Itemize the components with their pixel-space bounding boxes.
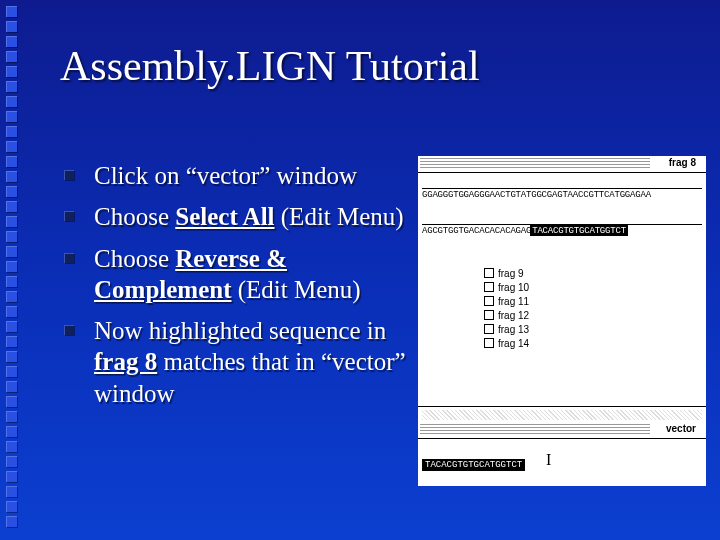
bullet-2-post: (Edit Menu)	[275, 203, 404, 230]
sequence-row-2-plain: AGCGTGGTGACACACACAGAG	[422, 226, 531, 236]
frag-label: frag 11	[498, 296, 529, 307]
checkbox-icon	[484, 338, 494, 348]
frag-label: frag 14	[498, 338, 529, 349]
bullet-3-pre: Choose	[94, 245, 175, 272]
frag-label: frag 9	[498, 268, 524, 279]
bullet-1-text: Click on “vector” window	[94, 162, 357, 189]
checkbox-icon	[484, 268, 494, 278]
vector-sequence-highlight: TACACGTGTGCATGGTCT	[422, 459, 525, 471]
bullet-4: Now highlighted sequence in frag 8 match…	[90, 315, 410, 409]
slide-body: Click on “vector” window Choose Select A…	[90, 160, 410, 419]
frag-label: frag 10	[498, 282, 529, 293]
checkbox-icon	[484, 324, 494, 334]
bullet-1: Click on “vector” window	[90, 160, 410, 191]
bullet-2-strong: Select All	[175, 203, 274, 230]
frag-label: frag 12	[498, 310, 529, 321]
list-item: frag 13	[484, 322, 529, 336]
checkbox-icon	[484, 282, 494, 292]
bullet-3: Choose Reverse & Complement (Edit Menu)	[90, 243, 410, 306]
list-item: frag 11	[484, 294, 529, 308]
list-item: frag 12	[484, 308, 529, 322]
frag-label: frag 13	[498, 324, 529, 335]
fragment-list: frag 9 frag 10 frag 11 frag 12 frag 13 f…	[484, 266, 529, 350]
window-frag8: frag 8	[418, 156, 706, 173]
sequence-row-2: AGCGTGGTGACACACACAGAGTACACGTGTGCATGGTCT	[422, 224, 702, 236]
embedded-app-screenshot: frag 8 GGAGGGTGGAGGGAACTGTATGGCGAGTAACCG…	[418, 156, 706, 486]
bullet-4-pre: Now highlighted sequence in	[94, 317, 386, 344]
text-cursor-icon: I	[546, 451, 551, 469]
vector-sequence-row: TACACGTGTGCATGGTCT	[422, 454, 525, 472]
slide: Assembly.LIGN Tutorial Click on “vector”…	[0, 0, 720, 540]
window-vector: vector	[418, 422, 706, 439]
sequence-row-1: GGAGGGTGGAGGGAACTGTATGGCGAGTAACCGTTCATGG…	[422, 188, 702, 200]
bullet-2-pre: Choose	[94, 203, 175, 230]
bullet-2: Choose Select All (Edit Menu)	[90, 201, 410, 232]
left-decor-stripe	[0, 0, 28, 540]
bullet-3-post: (Edit Menu)	[231, 276, 360, 303]
list-item: frag 10	[484, 280, 529, 294]
bullet-4-strong: frag 8	[94, 348, 157, 375]
window-frag8-title: frag 8	[665, 157, 700, 168]
window-vector-titlebar: vector	[418, 422, 706, 439]
checkbox-icon	[484, 296, 494, 306]
sequence-row-2-highlight: TACACGTGTGCATGGTCT	[531, 226, 627, 236]
window-vector-title: vector	[662, 423, 700, 434]
list-item: frag 14	[484, 336, 529, 350]
window-frag8-titlebar: frag 8	[418, 156, 706, 173]
checkbox-icon	[484, 310, 494, 320]
slide-title: Assembly.LIGN Tutorial	[60, 42, 480, 90]
list-item: frag 9	[484, 266, 529, 280]
